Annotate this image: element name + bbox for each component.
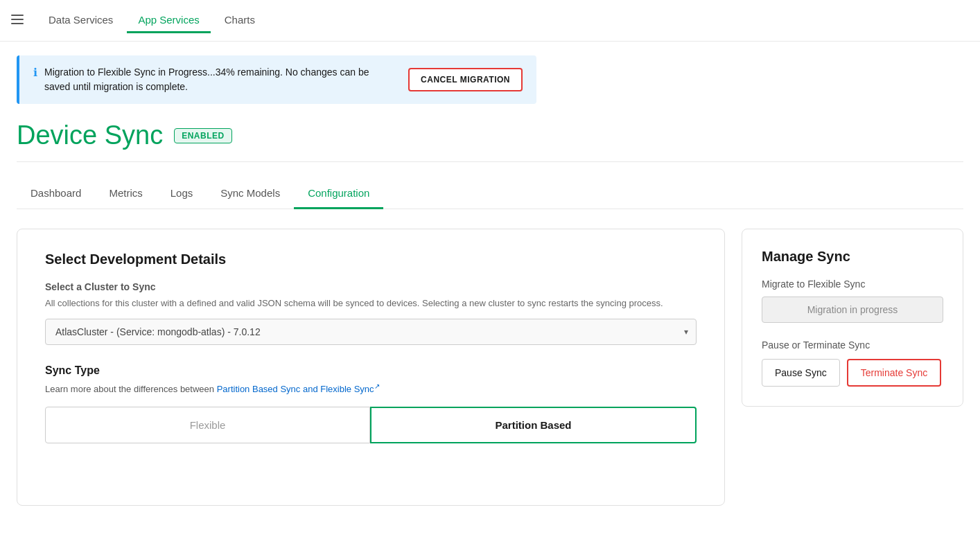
nav-tab-app-services[interactable]: App Services (127, 8, 210, 33)
sync-type-label: Sync Type (45, 364, 697, 377)
nav-tab-data-services[interactable]: Data Services (37, 8, 124, 33)
content-layout: Select Development Details Select a Clus… (17, 229, 963, 506)
info-icon: ℹ (33, 66, 37, 79)
sync-type-desc-prefix: Learn more about the differences between (45, 384, 217, 394)
main-content: ℹ Migration to Flexible Sync in Progress… (0, 42, 980, 520)
pause-terminate-label: Pause or Terminate Sync (762, 339, 943, 351)
svg-rect-1 (11, 19, 24, 20)
sidebar-title: Manage Sync (762, 249, 943, 265)
flexible-sync-button[interactable]: Flexible (45, 407, 370, 443)
page-title-row: Device Sync ENABLED (17, 121, 963, 150)
main-card: Select Development Details Select a Clus… (17, 229, 725, 506)
alert-left: ℹ Migration to Flexible Sync in Progress… (33, 65, 394, 94)
partition-based-sync-button[interactable]: Partition Based (370, 407, 697, 443)
nav-tabs: Data Services App Services Charts (37, 8, 266, 33)
cluster-description: All collections for this cluster with a … (45, 297, 697, 310)
tab-configuration[interactable]: Configuration (294, 179, 383, 209)
alert-banner: ℹ Migration to Flexible Sync in Progress… (17, 55, 536, 104)
pause-sync-button[interactable]: Pause Sync (762, 359, 840, 387)
migration-in-progress-button: Migration in progress (762, 297, 943, 323)
sync-type-description: Learn more about the differences between… (45, 381, 697, 396)
sync-type-buttons: Flexible Partition Based (45, 407, 697, 443)
cluster-select-wrapper: AtlasCluster - (Service: mongodb-atlas) … (45, 319, 697, 345)
tab-dashboard[interactable]: Dashboard (17, 179, 95, 209)
divider (17, 161, 963, 162)
tab-logs[interactable]: Logs (157, 179, 207, 209)
svg-rect-2 (11, 23, 24, 24)
enabled-badge: ENABLED (174, 128, 232, 143)
nav-tab-charts[interactable]: Charts (213, 8, 266, 33)
top-nav: Data Services App Services Charts (0, 0, 980, 42)
sidebar-card: Manage Sync Migrate to Flexible Sync Mig… (742, 229, 963, 407)
cluster-select[interactable]: AtlasCluster - (Service: mongodb-atlas) … (45, 319, 697, 345)
sync-type-section: Sync Type Learn more about the differenc… (45, 364, 697, 444)
terminate-sync-button[interactable]: Terminate Sync (847, 359, 941, 387)
menu-icon[interactable] (11, 13, 24, 28)
cluster-section: Select a Cluster to Sync All collections… (45, 281, 697, 345)
card-section-title: Select Development Details (45, 251, 697, 267)
partition-flexible-sync-link[interactable]: Partition Based Sync and Flexible Sync↗ (217, 384, 380, 394)
migrate-label: Migrate to Flexible Sync (762, 279, 943, 290)
sidebar-actions: Pause Sync Terminate Sync (762, 359, 943, 387)
tab-sync-models[interactable]: Sync Models (207, 179, 294, 209)
alert-message: Migration to Flexible Sync in Progress..… (44, 65, 394, 94)
svg-rect-0 (11, 15, 24, 16)
cancel-migration-button[interactable]: CANCEL MIGRATION (408, 68, 523, 91)
content-tabs: Dashboard Metrics Logs Sync Models Confi… (17, 179, 963, 209)
tab-metrics[interactable]: Metrics (95, 179, 156, 209)
page-title: Device Sync (17, 121, 163, 150)
cluster-label: Select a Cluster to Sync (45, 281, 697, 292)
external-link-icon: ↗ (374, 382, 380, 390)
